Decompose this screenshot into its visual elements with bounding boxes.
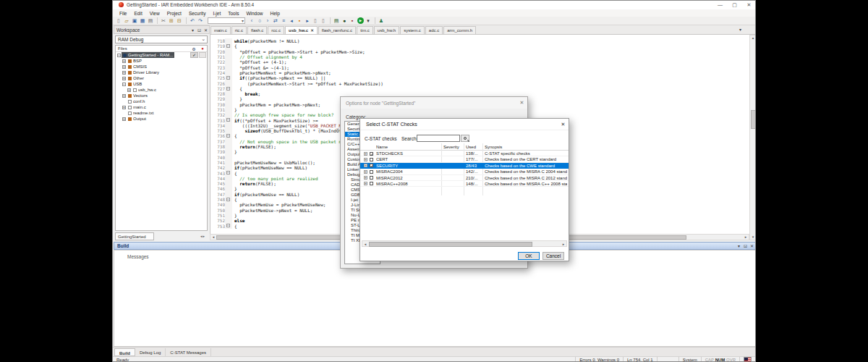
- expand-icon[interactable]: +: [122, 94, 126, 98]
- previous-bookmark-icon[interactable]: ◂: [288, 17, 295, 25]
- download-and-debug-icon[interactable]: ▶: [357, 17, 364, 24]
- tree-item-usb-hw-c[interactable]: +usb_hw.c: [116, 87, 207, 93]
- tab-list-dropdown-icon[interactable]: ▾: [739, 27, 741, 32]
- check-row-misrac-2008[interactable]: +MISRAC++2008148/...Checks based on the …: [360, 181, 569, 187]
- tree-item-other[interactable]: +Other: [116, 75, 207, 81]
- tree-item-vectors[interactable]: +Vectors: [116, 93, 207, 98]
- tree-item-bsp[interactable]: +BSP: [116, 58, 207, 64]
- toggle-bookmark-icon[interactable]: ▪: [296, 17, 303, 25]
- tree-item-usb[interactable]: −USB: [116, 81, 207, 87]
- checkbox[interactable]: [370, 176, 373, 180]
- checkbox[interactable]: [370, 182, 373, 185]
- tree-item-output[interactable]: +Output: [116, 116, 207, 122]
- print-icon[interactable]: ▤: [147, 17, 154, 25]
- editor-tab-adc-c[interactable]: adc.c: [425, 26, 443, 34]
- paste-icon[interactable]: ⊟: [176, 17, 183, 25]
- tree-item-gettingstarted-ram-[interactable]: −GettingStarted - RAM...✓: [116, 52, 207, 58]
- redo-icon[interactable]: ↷: [197, 17, 204, 25]
- output-tab-debug-log[interactable]: Debug Log: [135, 348, 166, 356]
- editor-tab-system-c[interactable]: system.c: [400, 26, 425, 34]
- menu-tools[interactable]: Tools: [224, 11, 242, 16]
- pin-icon[interactable]: ⊡: [742, 243, 749, 248]
- menu-i-jet[interactable]: I-jet: [209, 11, 224, 16]
- build-configuration-select[interactable]: RAM Debug: [115, 35, 208, 43]
- scroll-down-icon[interactable]: ▾: [750, 235, 756, 240]
- scroll-right-icon[interactable]: ▸: [561, 242, 566, 247]
- editor-tab-rcc-c[interactable]: rcc.c: [268, 26, 284, 34]
- debug-dropdown-icon[interactable]: ▾: [365, 17, 372, 25]
- undo-icon[interactable]: ↶: [189, 17, 196, 25]
- expand-icon[interactable]: +: [364, 158, 367, 161]
- open-source-icon[interactable]: ▯: [320, 17, 327, 25]
- checks-horizontal-scrollbar[interactable]: ◂ ▸: [362, 240, 567, 247]
- save-all-icon[interactable]: ▦: [139, 17, 146, 25]
- menu-file[interactable]: File: [116, 11, 130, 16]
- fold-collapse-icon[interactable]: −: [226, 171, 230, 174]
- fold-collapse-icon[interactable]: −: [226, 224, 230, 227]
- expand-icon[interactable]: +: [364, 152, 367, 156]
- expand-icon[interactable]: +: [122, 77, 126, 80]
- editor-tab-rtc-c[interactable]: rtc.c: [231, 26, 247, 34]
- go-to-icon[interactable]: ≡: [280, 17, 287, 25]
- editor-tab-flash-c[interactable]: flash.c: [247, 26, 267, 34]
- check-row-stdchecks[interactable]: +✓STDCHECKS138/...C-STAT specific checks: [360, 151, 569, 156]
- copy-icon[interactable]: ⊞: [168, 17, 175, 25]
- replace-icon[interactable]: ⇄: [272, 17, 279, 25]
- editor-tab-main-c[interactable]: main.c: [210, 26, 231, 34]
- close-icon[interactable]: ✕: [744, 1, 754, 8]
- panel-menu-icon[interactable]: ▾: [736, 243, 742, 248]
- expand-icon[interactable]: +: [364, 182, 367, 185]
- tree-item-driver-library[interactable]: +Driver Library: [116, 70, 207, 75]
- make-icon[interactable]: ▤: [333, 17, 340, 25]
- cancel-button[interactable]: Cancel: [542, 252, 564, 260]
- fold-collapse-icon[interactable]: −: [226, 76, 230, 80]
- find-icon[interactable]: ○: [256, 17, 263, 25]
- close-icon[interactable]: ✕: [203, 28, 209, 33]
- search-button[interactable]: [461, 135, 469, 142]
- scrollbar-thumb[interactable]: [751, 110, 757, 129]
- checkbox[interactable]: [370, 158, 373, 161]
- editor-tab-flash-ramfunc-c[interactable]: flash_ramfunc.c: [318, 26, 356, 34]
- expand-icon[interactable]: +: [122, 65, 126, 69]
- maximize-icon[interactable]: ▢: [729, 1, 740, 8]
- ok-button[interactable]: OK: [518, 252, 540, 260]
- expand-icon[interactable]: +: [364, 170, 367, 174]
- column-severity[interactable]: Severity: [443, 145, 459, 149]
- scrollbar-thumb[interactable]: [369, 242, 532, 247]
- close-icon[interactable]: ✕: [558, 122, 569, 127]
- checkbox[interactable]: ✓: [370, 164, 373, 167]
- expand-icon[interactable]: +: [122, 117, 126, 121]
- expand-icon[interactable]: +: [364, 164, 367, 167]
- editor-tab-tim-c[interactable]: tim.c: [357, 26, 373, 34]
- debug-without-downloading-icon[interactable]: ♟: [378, 17, 385, 25]
- panel-menu-icon[interactable]: ▾: [190, 28, 196, 33]
- check-row-misrac2004[interactable]: +MISRAC2004142/...Checks based on the MI…: [360, 169, 569, 174]
- menu-edit[interactable]: Edit: [130, 11, 145, 16]
- check-row-cert[interactable]: +CERT177/...Checks based on the CERT sta…: [360, 156, 569, 162]
- tree-item-readme-txt[interactable]: readme.txt: [116, 110, 207, 116]
- find-next-icon[interactable]: ›: [264, 17, 271, 25]
- column-synopsis[interactable]: Synopsis: [485, 145, 502, 149]
- fold-collapse-icon[interactable]: −: [226, 198, 230, 201]
- scroll-up-icon[interactable]: ▴: [750, 35, 756, 41]
- tree-item-conf-h[interactable]: conf.h: [116, 98, 207, 104]
- quick-search-combobox[interactable]: [208, 17, 245, 24]
- expand-icon[interactable]: −: [122, 83, 126, 86]
- menu-project[interactable]: Project: [163, 11, 185, 16]
- expand-icon[interactable]: +: [127, 88, 131, 92]
- expand-icon[interactable]: +: [122, 71, 126, 75]
- fold-collapse-icon[interactable]: −: [226, 118, 230, 122]
- compile-icon[interactable]: ●: [341, 17, 348, 25]
- tree-item-main-c[interactable]: +main.c: [116, 104, 207, 110]
- editor-tab-arm-comm-h[interactable]: arm_comm.h: [443, 26, 476, 34]
- check-row-misrac2012[interactable]: +MISRAC2012210/...Checks based on the MI…: [360, 175, 569, 181]
- stop-build-icon[interactable]: ▪: [349, 17, 356, 25]
- cut-icon[interactable]: ✂: [160, 17, 167, 25]
- workspace-tab-scroll-icons[interactable]: ◂▸: [200, 234, 205, 238]
- output-tab-build[interactable]: Build: [114, 348, 135, 356]
- fold-collapse-icon[interactable]: −: [226, 134, 230, 138]
- menu-help[interactable]: Help: [267, 11, 284, 16]
- minimize-icon[interactable]: —: [715, 1, 726, 8]
- find-previous-icon[interactable]: ‹: [248, 17, 255, 25]
- check-row-security[interactable]: +✓SECURITY28/43Checks based on the CWE s…: [360, 163, 569, 169]
